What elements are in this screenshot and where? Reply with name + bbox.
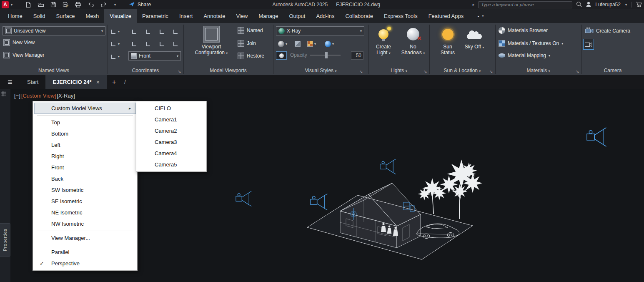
opacity-toggle-button[interactable]	[276, 51, 287, 60]
sun-location-dialog-launcher-icon[interactable]: ↘	[489, 69, 493, 74]
tree-large[interactable]	[440, 160, 482, 219]
tab-manage[interactable]: Manage	[253, 9, 283, 23]
materials-browser-button[interactable]: Materials Browser	[499, 27, 548, 34]
share-button[interactable]: Share	[129, 1, 151, 8]
ucs-3point-button[interactable]	[144, 39, 153, 49]
tab-addins[interactable]: Add-ins	[311, 9, 340, 23]
panel-title-materials[interactable]: Materials ▾	[495, 66, 581, 75]
no-shadows-button[interactable]: × No Shadows ▾	[399, 25, 427, 56]
app-menu-button[interactable]: A	[2, 1, 9, 8]
tab-solid[interactable]: Solid	[28, 9, 51, 23]
undo-icon[interactable]	[88, 2, 94, 8]
named-viewports-button[interactable]: Named	[238, 27, 263, 34]
menu-item-ne-isometric[interactable]: NE Isometric	[33, 207, 137, 218]
viewport-configuration-button[interactable]: Viewport Configuration ▾	[188, 25, 234, 56]
camera-display-toggle-button[interactable]	[583, 39, 594, 50]
new-file-icon[interactable]	[25, 2, 31, 8]
close-tab-icon[interactable]: ×	[96, 79, 100, 86]
view-manager-button[interactable]: View Manager	[3, 52, 45, 58]
submenu-item-camera5[interactable]: Camera5	[136, 159, 206, 170]
submenu-item-camera2[interactable]: Camera2	[136, 125, 206, 136]
opacity-slider[interactable]: Opacity	[290, 52, 341, 58]
tab-mesh[interactable]: Mesh	[80, 9, 104, 23]
lights-dialog-launcher-icon[interactable]: ↘	[423, 69, 427, 74]
restore-viewports-button[interactable]: Restore	[238, 53, 264, 59]
tab-insert[interactable]: Insert	[174, 9, 198, 23]
tab-active-document[interactable]: EJERCICIO 24* ×	[45, 75, 106, 89]
search-expand-icon[interactable]: ▸	[473, 3, 475, 7]
menu-item-parallel[interactable]: Parallel	[33, 247, 137, 258]
menu-item-top[interactable]: Top	[33, 117, 137, 128]
viewport-view-control[interactable]: [Custom View]	[21, 93, 57, 99]
viewport-visual-style-control[interactable]: [X-Ray]	[56, 93, 75, 99]
model-space-canvas[interactable]: Properties [−] [Custom View] [X-Ray] Cus…	[0, 89, 644, 282]
user-menu-caret-icon[interactable]: ▾	[624, 3, 628, 7]
submenu-item-cielo[interactable]: CIELO	[136, 103, 206, 114]
palette-grid-icon[interactable]	[1, 91, 6, 96]
materials-dialog-launcher-icon[interactable]: ↘	[576, 69, 579, 74]
menu-item-se-isometric[interactable]: SE Isometric	[33, 196, 137, 207]
submenu-item-camera3[interactable]: Camera3	[136, 136, 206, 148]
menu-item-view-manager[interactable]: View Manager...	[33, 232, 137, 244]
save-icon[interactable]	[50, 2, 56, 8]
materials-textures-on-button[interactable]: Materials / Textures On ▾	[499, 40, 563, 47]
store-cart-icon[interactable]	[636, 1, 642, 8]
tree-small[interactable]	[418, 178, 446, 214]
ucs-z-axis-button[interactable]	[144, 26, 153, 36]
face-style-button[interactable]	[293, 39, 302, 49]
create-light-button[interactable]: Create Light ▾	[371, 25, 396, 56]
new-drawing-button[interactable]: +	[107, 75, 122, 89]
username[interactable]: Luferupa52	[595, 2, 621, 8]
join-viewports-button[interactable]: Join	[238, 40, 256, 47]
plot-icon[interactable]	[75, 2, 81, 8]
visual-style-combo[interactable]: X-Ray ▾	[276, 26, 364, 35]
menu-item-perspective[interactable]: ✓ Perspective	[33, 258, 137, 269]
visual-style-sphere-button[interactable]: ▾	[277, 39, 288, 49]
tab-visualize[interactable]: Visualize	[104, 9, 137, 23]
tab-surface[interactable]: Surface	[51, 9, 80, 23]
create-camera-button[interactable]: Create Camera	[585, 27, 630, 35]
ucs-tool-button-1[interactable]: ▾	[109, 26, 121, 36]
open-file-icon[interactable]	[38, 2, 44, 8]
tab-view[interactable]: View	[231, 9, 253, 23]
menu-item-custom-model-views[interactable]: Custom Model Views ▸	[34, 103, 136, 114]
tab-express-tools[interactable]: Express Tools	[378, 9, 423, 23]
panel-title-sun-location[interactable]: Sun & Location ▾	[429, 66, 495, 75]
sun-status-button[interactable]: Sun Status	[434, 25, 461, 55]
panel-title-visual-styles[interactable]: Visual Styles ▾	[273, 66, 368, 75]
camera-object-4[interactable]	[587, 128, 606, 146]
coordinates-dialog-launcher-icon[interactable]: ↘	[178, 69, 181, 74]
menu-item-left[interactable]: Left	[33, 139, 137, 151]
opacity-value[interactable]: 50	[351, 51, 363, 60]
redo-icon[interactable]	[100, 2, 107, 8]
camera-object-2[interactable]	[311, 194, 327, 210]
material-mapping-button[interactable]: Material Mapping ▾	[499, 53, 550, 58]
search-icon[interactable]	[576, 1, 582, 8]
tab-start[interactable]: Start	[20, 75, 45, 89]
ucs-rotate-button[interactable]	[158, 39, 166, 49]
texture-style-button[interactable]: ▾	[306, 39, 317, 49]
app-menu-caret-icon[interactable]: ▾	[10, 3, 13, 7]
user-avatar-icon[interactable]	[586, 1, 591, 8]
ucs-named-button[interactable]	[171, 26, 180, 36]
panel-title-lights[interactable]: Lights ▾	[368, 66, 429, 75]
save-as-icon[interactable]	[63, 2, 69, 8]
ucs-world-button[interactable]	[130, 26, 139, 36]
tab-output[interactable]: Output	[283, 9, 311, 23]
tab-home[interactable]: Home	[3, 9, 28, 23]
menu-item-right[interactable]: Right	[33, 151, 137, 162]
ucs-tool-button-3[interactable]: ▾	[109, 51, 121, 61]
ucs-face-button[interactable]	[171, 39, 180, 49]
tab-collaborate[interactable]: Collaborate	[340, 9, 378, 23]
hamburger-menu-icon[interactable]: ≡	[0, 75, 20, 89]
viewport-minimize-control[interactable]: [−]	[14, 93, 21, 99]
menu-item-sw-isometric[interactable]: SW Isometric	[33, 184, 137, 196]
tab-annotate[interactable]: Annotate	[198, 9, 231, 23]
menu-item-nw-isometric[interactable]: NW Isometric	[33, 218, 137, 229]
camera-object-1[interactable]	[236, 191, 251, 206]
camera-object-roof[interactable]	[380, 159, 396, 174]
submenu-item-camera1[interactable]: Camera1	[136, 114, 206, 125]
menu-item-back[interactable]: Back	[33, 173, 137, 184]
submenu-item-camera4[interactable]: Camera4	[136, 148, 206, 159]
opacity-slider-track[interactable]	[310, 55, 341, 56]
